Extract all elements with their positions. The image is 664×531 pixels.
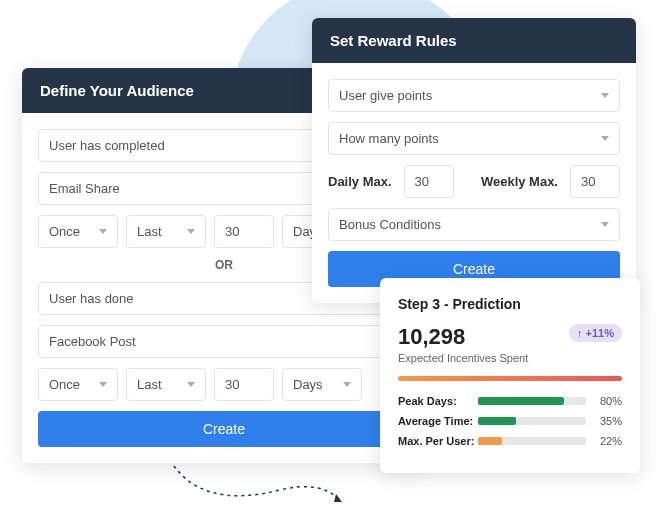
- condition1-period-select[interactable]: Last: [126, 215, 206, 248]
- metric-row: Peak Days:80%: [398, 395, 622, 407]
- select-value: Days: [293, 377, 323, 392]
- prediction-badge: ↑ +11%: [569, 324, 622, 342]
- metric-row: Average Time:35%: [398, 415, 622, 427]
- daily-max-label: Daily Max.: [328, 174, 392, 189]
- condition1-freq-select[interactable]: Once: [38, 215, 118, 248]
- chevron-down-icon: [99, 382, 107, 387]
- chevron-down-icon: [343, 382, 351, 387]
- metric-bar: [478, 437, 586, 445]
- prediction-subtitle: Expected Incentives Spent: [398, 352, 528, 364]
- condition2-num-input[interactable]: 30: [214, 368, 274, 401]
- reward-title: Set Reward Rules: [312, 18, 636, 63]
- metric-label: Max. Per User:: [398, 435, 478, 447]
- metric-row: Max. Per User:22%: [398, 435, 622, 447]
- chevron-down-icon: [601, 93, 609, 98]
- metric-bar: [478, 397, 586, 405]
- prediction-progress-bar: [398, 376, 622, 381]
- metric-bar: [478, 417, 586, 425]
- metric-label: Peak Days:: [398, 395, 478, 407]
- reward-amount-select[interactable]: How many points: [328, 122, 620, 155]
- bonus-conditions-select[interactable]: Bonus Conditions: [328, 208, 620, 241]
- metric-label: Average Time:: [398, 415, 478, 427]
- chevron-down-icon: [601, 136, 609, 141]
- reward-card: Set Reward Rules User give points How ma…: [312, 18, 636, 303]
- prediction-card: Step 3 - Prediction 10,298 Expected Ince…: [380, 278, 640, 473]
- condition2-freq-select[interactable]: Once: [38, 368, 118, 401]
- condition2-object-select[interactable]: Facebook Post: [38, 325, 410, 358]
- audience-create-button[interactable]: Create: [38, 411, 410, 447]
- daily-max-input[interactable]: 30: [404, 165, 454, 198]
- select-value: Once: [49, 224, 80, 239]
- select-value: User has completed: [49, 138, 165, 153]
- select-value: User has done: [49, 291, 134, 306]
- prediction-value: 10,298: [398, 324, 528, 350]
- condition1-num-input[interactable]: 30: [214, 215, 274, 248]
- select-value: Facebook Post: [49, 334, 136, 349]
- select-value: Last: [137, 377, 162, 392]
- prediction-title: Step 3 - Prediction: [398, 296, 622, 312]
- select-value: Last: [137, 224, 162, 239]
- reward-type-select[interactable]: User give points: [328, 79, 620, 112]
- condition2-period-select[interactable]: Last: [126, 368, 206, 401]
- select-value: Bonus Conditions: [339, 217, 441, 232]
- chevron-down-icon: [601, 222, 609, 227]
- chevron-down-icon: [99, 229, 107, 234]
- chevron-down-icon: [187, 229, 195, 234]
- weekly-max-input[interactable]: 30: [570, 165, 620, 198]
- select-value: How many points: [339, 131, 439, 146]
- metric-value: 35%: [594, 415, 622, 427]
- chevron-down-icon: [187, 382, 195, 387]
- metric-value: 80%: [594, 395, 622, 407]
- select-value: Email Share: [49, 181, 120, 196]
- weekly-max-label: Weekly Max.: [481, 174, 558, 189]
- select-value: User give points: [339, 88, 432, 103]
- condition2-unit-select[interactable]: Days: [282, 368, 362, 401]
- select-value: Once: [49, 377, 80, 392]
- metric-value: 22%: [594, 435, 622, 447]
